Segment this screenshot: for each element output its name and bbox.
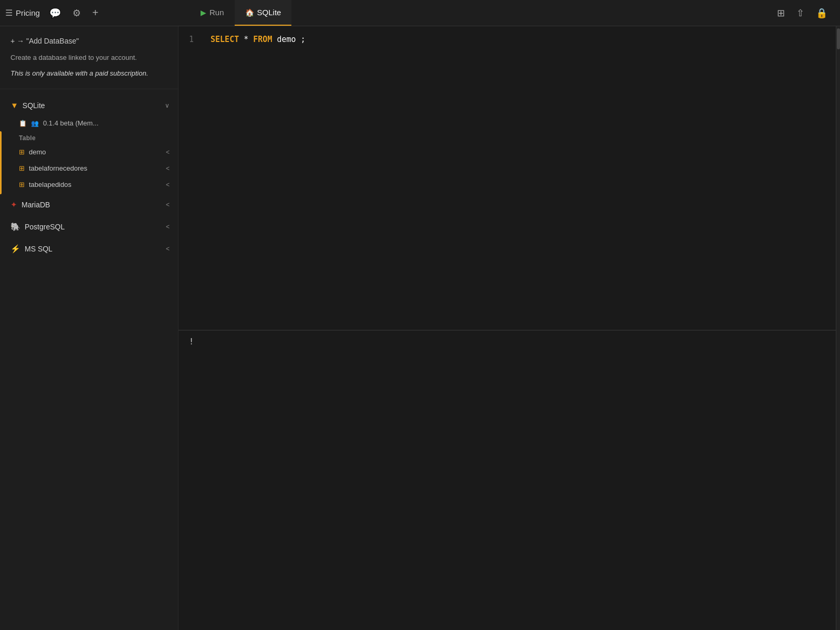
table-section-label: Table (0, 131, 178, 144)
sqlite-header[interactable]: ▼ SQLite ∨ (0, 96, 178, 115)
mariadb-label: MariaDB (22, 201, 50, 209)
database-icon: ☰ (5, 8, 13, 18)
pricing-button[interactable]: ☰ Pricing (5, 8, 40, 18)
tab-sqlite[interactable]: 🏠 SQLite (235, 0, 292, 26)
chat-icon[interactable]: 💬 (47, 5, 63, 21)
table-name-pedidos: tabelapedidos (29, 181, 71, 188)
editor-area: 1 SELECT * FROM demo ; ! (178, 26, 836, 630)
sqlite-chevron: ∨ (165, 102, 170, 109)
code-editor[interactable]: 1 SELECT * FROM demo ; (178, 26, 836, 330)
keyword-from: FROM (253, 35, 272, 44)
sidebar: + → "Add DataBase" Create a database lin… (0, 26, 178, 630)
table-name-fornecedores: tabelafornecedores (29, 164, 87, 172)
main-content: + → "Add DataBase" Create a database lin… (0, 26, 840, 630)
settings-icon[interactable]: ⚙ (70, 5, 83, 21)
grid-icon[interactable]: ⊞ (775, 5, 787, 21)
mssql-header[interactable]: ⚡ MS SQL < (0, 239, 178, 259)
table-item-pedidos[interactable]: ⊞ tabelapedidos < (0, 176, 178, 193)
lock-icon[interactable]: 🔒 (814, 5, 830, 21)
sqlite-tab-label: SQLite (257, 8, 281, 17)
table-fornecedores-arrow: < (166, 165, 170, 172)
postgres-header-left: 🐘 PostgreSQL (10, 222, 65, 232)
sqlite-users-icon: 👥 (31, 120, 39, 127)
sqlite-version-label: 0.1.4 beta (Mem... (43, 119, 99, 127)
mariadb-icon: ✦ (10, 200, 17, 209)
table-grid-icon-fornecedores: ⊞ (19, 164, 25, 172)
result-area[interactable]: ! (178, 330, 836, 630)
table-demo-arrow: < (166, 149, 170, 156)
semicolon: ; (301, 35, 306, 44)
mariadb-header[interactable]: ✦ MariaDB < (0, 195, 178, 215)
add-database-label: + → "Add DataBase" (10, 37, 79, 45)
mariadb-section: ✦ MariaDB < (0, 195, 178, 215)
keyword-star: * (244, 35, 248, 44)
database-list: ▼ SQLite ∨ 📋 👥 0.1.4 beta (Mem... Table (0, 89, 178, 265)
top-bar-right: ⊞ ⇧ 🔒 (775, 5, 835, 21)
run-tab-label: Run (209, 8, 224, 17)
add-icon[interactable]: + (90, 5, 101, 21)
sqlite-label: SQLite (23, 101, 45, 110)
postgres-header[interactable]: 🐘 PostgreSQL < (0, 217, 178, 237)
table-item-fornecedores-left: ⊞ tabelafornecedores (19, 164, 87, 172)
right-scrollbar[interactable] (836, 26, 840, 630)
table-item-pedidos-left: ⊞ tabelapedidos (19, 181, 71, 188)
line-number-1: 1 (189, 35, 197, 44)
tabs-bar: ▶ Run 🏠 SQLite (190, 0, 769, 26)
sqlite-version-icon: 📋 (19, 120, 27, 127)
keyword-select: SELECT (211, 35, 239, 44)
table-item-demo[interactable]: ⊞ demo < (0, 144, 178, 160)
scrollbar-thumb (837, 28, 840, 49)
table-item-demo-left: ⊞ demo (19, 148, 46, 156)
mssql-header-left: ⚡ MS SQL (10, 244, 52, 254)
add-database-description: Create a database linked to your account… (10, 52, 170, 63)
code-line-1: 1 SELECT * FROM demo ; (189, 35, 827, 44)
mssql-section: ⚡ MS SQL < (0, 239, 178, 259)
share-icon[interactable]: ⇧ (794, 5, 806, 21)
mariadb-header-left: ✦ MariaDB (10, 200, 50, 209)
mssql-chevron: < (166, 245, 170, 253)
postgres-chevron: < (166, 223, 170, 230)
table-grid-icon-pedidos: ⊞ (19, 181, 25, 188)
postgres-icon: 🐘 (10, 222, 20, 232)
mariadb-chevron: < (166, 201, 170, 208)
table-grid-icon-demo: ⊞ (19, 148, 25, 156)
top-bar: ☰ Pricing 💬 ⚙ + ▶ Run 🏠 SQLite ⊞ ⇧ 🔒 (0, 0, 840, 26)
table-name-code: demo (277, 35, 296, 44)
run-icon: ▶ (201, 8, 206, 17)
add-database-link[interactable]: + → "Add DataBase" (10, 37, 170, 45)
table-item-fornecedores[interactable]: ⊞ tabelafornecedores < (0, 160, 178, 176)
table-name-demo: demo (29, 148, 46, 156)
postgres-label: PostgreSQL (25, 223, 65, 231)
mssql-icon: ⚡ (10, 244, 20, 254)
tab-run[interactable]: ▶ Run (190, 0, 235, 26)
top-bar-left: ☰ Pricing 💬 ⚙ + (5, 5, 184, 21)
sqlite-version-item[interactable]: 📋 👥 0.1.4 beta (Mem... (0, 115, 178, 131)
sqlite-tab-icon: 🏠 (245, 8, 254, 17)
sqlite-icon: ▼ (10, 101, 18, 110)
result-cursor: ! (189, 337, 825, 346)
postgres-section: 🐘 PostgreSQL < (0, 217, 178, 237)
pricing-label: Pricing (16, 8, 40, 17)
add-database-note: This is only available with a paid subsc… (10, 68, 170, 79)
table-pedidos-arrow: < (166, 181, 170, 188)
add-database-section: + → "Add DataBase" Create a database lin… (0, 26, 178, 89)
mssql-label: MS SQL (25, 245, 52, 253)
sqlite-header-left: ▼ SQLite (10, 101, 45, 110)
sqlite-section: ▼ SQLite ∨ 📋 👥 0.1.4 beta (Mem... Table (0, 96, 178, 193)
